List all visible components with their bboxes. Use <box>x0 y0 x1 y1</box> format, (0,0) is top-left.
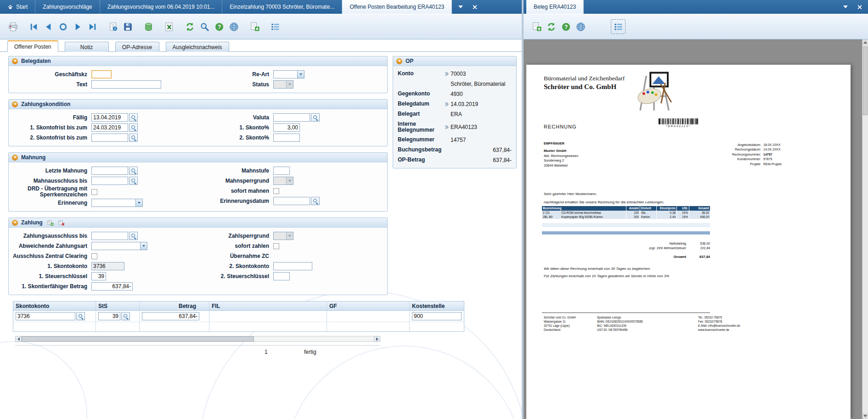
help-button[interactable]: ? <box>558 19 573 34</box>
tab-list-dropdown-button[interactable] <box>842 4 849 10</box>
cell-gf[interactable] <box>327 311 410 322</box>
close-tab-button[interactable] <box>471 4 478 10</box>
collapse-icon[interactable] <box>396 58 402 64</box>
tab-ausgleichsnachweis[interactable]: Ausgleichsnachweis <box>166 42 229 52</box>
geschaeftskz-input[interactable] <box>91 70 112 78</box>
column-header-kostenstelle[interactable]: Kostenstelle <box>410 302 464 310</box>
erinnerungsdatum-input[interactable] <box>273 197 310 205</box>
column-header-betrag[interactable]: Betrag <box>140 302 209 310</box>
skonto1-input[interactable] <box>273 123 300 132</box>
drd-sperrkennzeichen-checkbox[interactable] <box>91 189 97 195</box>
help-button[interactable]: ? <box>212 19 226 34</box>
scroll-up-button[interactable] <box>862 39 868 45</box>
add-row-icon[interactable] <box>47 219 54 226</box>
tab-op-adresse[interactable]: OP-Adresse <box>115 42 159 52</box>
tab-start[interactable]: Start <box>0 0 35 14</box>
tab-notiz[interactable]: Notiz <box>65 42 109 52</box>
nav-next-button[interactable] <box>70 19 85 34</box>
steuerschluessel2-input[interactable] <box>273 272 290 280</box>
scrollbar-thumb[interactable] <box>863 46 868 115</box>
document-info-button[interactable]: i <box>106 19 120 34</box>
scroll-down-button[interactable] <box>862 413 868 419</box>
row-sts-input[interactable] <box>98 312 120 320</box>
date-lookup-icon[interactable] <box>311 113 320 122</box>
column-header-skontokonto[interactable]: Skontokonto <box>13 302 96 310</box>
row-skontokonto-input[interactable] <box>16 312 75 320</box>
letzte-mahnung-input[interactable] <box>91 167 128 175</box>
skontokonto2-input[interactable] <box>273 262 312 270</box>
mahnausschluss-input[interactable] <box>91 177 128 185</box>
date-lookup-icon[interactable] <box>129 177 138 185</box>
sofort-zahlen-checkbox[interactable] <box>273 243 279 249</box>
tab-beleg[interactable]: Beleg ERA40123 <box>526 0 584 14</box>
belegdatum-link[interactable]: 14.03.2019 <box>445 101 478 107</box>
skontokonto1-input[interactable] <box>91 262 124 270</box>
column-header-sts[interactable]: StS <box>96 302 140 310</box>
nav-last-button[interactable] <box>85 19 100 34</box>
skontofrist1-input[interactable] <box>91 123 128 132</box>
tab-list-dropdown-button[interactable] <box>457 4 464 10</box>
new-document-button[interactable] <box>247 19 262 34</box>
erinnerung-dropdown[interactable] <box>91 199 143 207</box>
column-header-fil[interactable]: FIL <box>209 302 327 310</box>
tab-zahlungsvorschlag-vom[interactable]: Zahlungsvorschlag vom 06.04.2019 10:01..… <box>100 0 222 14</box>
scroll-right-button[interactable] <box>374 336 380 342</box>
table-empty-row[interactable] <box>13 322 464 331</box>
account-lookup-icon[interactable] <box>76 312 85 320</box>
date-lookup-icon[interactable] <box>129 123 138 132</box>
collapse-icon[interactable] <box>12 155 18 161</box>
date-lookup-icon[interactable] <box>129 134 138 142</box>
valuta-input[interactable] <box>273 113 310 122</box>
zahlungsausschluss-input[interactable] <box>91 232 128 240</box>
tax-key-lookup-icon[interactable] <box>121 312 130 320</box>
column-header-gf[interactable]: GF <box>327 302 410 310</box>
tab-einzelzahlung[interactable]: Einzelzahlung 70003 Schröter, Büromate..… <box>222 0 342 14</box>
ausschluss-zentral-clearing-checkbox[interactable] <box>91 253 97 259</box>
excel-export-button[interactable] <box>162 19 176 34</box>
text-input[interactable] <box>91 80 161 89</box>
nav-stop-button[interactable] <box>56 19 70 34</box>
document-viewer[interactable]: Büromaterial und Zeichenbedarf Schröter … <box>524 39 868 419</box>
collapse-icon[interactable] <box>12 58 18 64</box>
interne-belegnummer-link[interactable]: ERA40123 <box>445 124 477 130</box>
search-button[interactable] <box>197 19 212 34</box>
scroll-left-button[interactable] <box>15 336 22 342</box>
tab-offene-posten-bearbeitung[interactable]: Offene Posten Bearbeitung ERA40123 <box>342 0 452 14</box>
skontierfaehiger-betrag-input[interactable] <box>91 282 133 291</box>
delete-row-icon[interactable] <box>58 219 65 226</box>
post-button[interactable] <box>141 19 156 34</box>
row-kostenstelle-input[interactable] <box>412 312 462 320</box>
skontofrist2-input[interactable] <box>91 134 128 142</box>
print-button[interactable] <box>6 19 20 34</box>
tab-zahlungsvorschlaege[interactable]: Zahlungsvorschläge <box>35 0 100 14</box>
nav-first-button[interactable] <box>26 19 41 34</box>
date-lookup-icon[interactable] <box>311 197 320 205</box>
close-tab-button[interactable] <box>856 4 862 10</box>
abweichende-zahlungsart-dropdown[interactable] <box>91 242 147 250</box>
collapse-icon[interactable] <box>12 101 18 107</box>
save-button[interactable] <box>120 19 135 34</box>
skonto2-input[interactable] <box>273 134 300 142</box>
list-view-button[interactable] <box>611 19 626 34</box>
refresh-button[interactable] <box>182 19 197 34</box>
new-document-button[interactable] <box>529 19 544 34</box>
refresh-button[interactable] <box>544 19 558 34</box>
mahnstufe-input[interactable] <box>273 167 290 175</box>
konto-link[interactable]: 70003 <box>445 71 466 77</box>
internet-button[interactable] <box>226 19 241 34</box>
date-lookup-icon[interactable] <box>129 167 138 175</box>
faellig-input[interactable] <box>91 113 128 122</box>
date-lookup-icon[interactable] <box>129 113 138 122</box>
steuerschluessel1-input[interactable] <box>91 272 106 280</box>
list-view-button[interactable] <box>268 19 282 34</box>
row-betrag-input[interactable] <box>142 312 199 320</box>
reart-dropdown[interactable] <box>273 70 304 78</box>
scrollbar-track[interactable] <box>22 336 374 342</box>
sofort-mahnen-checkbox[interactable] <box>273 188 279 194</box>
collapse-icon[interactable] <box>12 220 18 226</box>
date-lookup-icon[interactable] <box>129 232 138 240</box>
tab-offener-posten[interactable]: Offener Posten <box>7 40 58 52</box>
cell-fil[interactable] <box>209 311 327 322</box>
scrollbar-thumb[interactable] <box>22 336 254 341</box>
internet-button[interactable] <box>573 19 588 34</box>
